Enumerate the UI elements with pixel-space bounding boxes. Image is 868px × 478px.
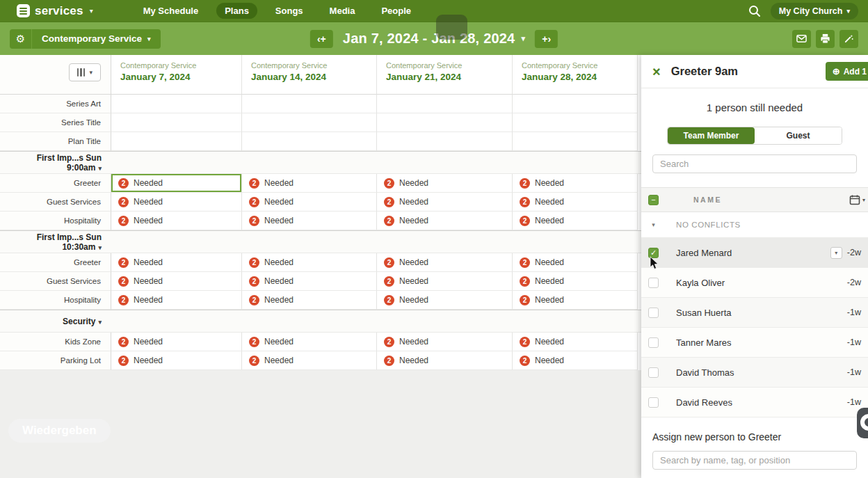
section-header-row[interactable]: First Imp...s Sun 10:30am▾ [0, 230, 641, 253]
people-search-input[interactable] [652, 154, 857, 173]
nav-item-songs[interactable]: Songs [267, 3, 312, 19]
email-button[interactable] [792, 30, 811, 48]
needed-cell[interactable]: 2Needed [377, 174, 513, 193]
needed-cell[interactable]: 2Needed [111, 333, 242, 351]
service-type-dropdown[interactable]: Contemporary Service ▾ [32, 29, 161, 49]
services-brand[interactable]: services ▾ [17, 4, 93, 18]
nav-item-my-schedule[interactable]: My Schedule [135, 3, 207, 19]
empty-cell[interactable] [242, 132, 377, 151]
print-button[interactable] [816, 30, 835, 48]
needed-cell[interactable]: 2Needed [242, 351, 377, 370]
empty-cell[interactable] [377, 132, 513, 151]
column-header[interactable]: Contemporary ServiceJanuary 28, 2024 [513, 55, 638, 95]
person-checkbox[interactable]: ✓ [648, 248, 659, 258]
person-checkbox[interactable] [648, 397, 659, 408]
needed-cell[interactable]: 2Needed [111, 193, 242, 212]
next-plan-button[interactable]: +› [535, 30, 558, 48]
person-checkbox[interactable] [648, 278, 659, 288]
needed-cell[interactable]: 2Needed [513, 291, 638, 310]
tab-guest[interactable]: Guest [755, 127, 842, 144]
schedule-sort-button[interactable]: ▾ [849, 194, 865, 205]
section-title: First Imp...s Sun 10:30am▾ [0, 232, 111, 252]
needed-cell[interactable]: 2Needed [513, 174, 638, 193]
needed-cell[interactable]: 2Needed [377, 291, 513, 310]
person-checkbox[interactable] [648, 367, 659, 378]
needed-cell[interactable]: 2Needed [377, 193, 513, 212]
needed-cell[interactable]: 2Needed [111, 351, 242, 370]
person-row[interactable]: David Reeves-1w [641, 388, 868, 417]
main-menu: My SchedulePlansSongsMediaPeople [135, 3, 419, 19]
person-options-button[interactable]: ▾ [830, 247, 842, 259]
nav-item-plans[interactable]: Plans [216, 3, 257, 19]
person-row[interactable]: Susan Huerta-1w [641, 298, 868, 328]
columns-view-button[interactable]: ▾ [69, 63, 101, 81]
needed-cell[interactable]: 2Needed [111, 212, 242, 230]
add-circle-icon: ⊕ [833, 66, 840, 77]
assign-search-input[interactable] [652, 451, 857, 470]
needed-cell[interactable]: 2Needed [513, 351, 638, 370]
empty-cell[interactable] [111, 113, 242, 132]
needed-cell[interactable]: 2Needed [377, 212, 513, 230]
needed-cell[interactable]: 2Needed [513, 333, 638, 351]
search-icon[interactable] [748, 5, 761, 17]
needed-cell[interactable]: 2Needed [242, 174, 377, 193]
needed-cell[interactable]: 2Needed [377, 333, 513, 351]
needed-cell[interactable]: 2Needed [111, 174, 242, 193]
needed-cell[interactable]: 2Needed [111, 272, 242, 291]
org-switcher[interactable]: My City Church ▾ [771, 3, 858, 19]
empty-cell[interactable] [377, 113, 513, 132]
select-all-checkbox[interactable]: − [648, 195, 659, 205]
person-last-scheduled: -2w [847, 248, 861, 257]
column-header[interactable]: Contemporary ServiceJanuary 7, 2024 [111, 55, 242, 95]
add-person-button[interactable]: ⊕ Add 1 [826, 62, 868, 81]
matrix-tools-button[interactable] [839, 30, 858, 48]
needed-cell[interactable]: 2Needed [242, 212, 377, 230]
needed-cell[interactable]: 2Needed [513, 212, 638, 230]
empty-cell[interactable] [377, 95, 513, 113]
needed-cell[interactable]: 2Needed [111, 291, 242, 310]
person-checkbox[interactable] [648, 337, 659, 348]
needed-label: Needed [134, 197, 163, 207]
empty-cell[interactable] [513, 95, 638, 113]
section-header-row[interactable]: Security▾ [0, 310, 641, 333]
nav-item-people[interactable]: People [373, 3, 419, 19]
column-header[interactable]: Contemporary ServiceJanuary 14, 2024 [242, 55, 377, 95]
empty-cell[interactable] [242, 113, 377, 132]
empty-cell[interactable] [111, 132, 242, 151]
column-header[interactable]: Contemporary ServiceJanuary 21, 2024 [377, 55, 513, 95]
prev-plan-button[interactable]: ‹+ [310, 30, 333, 48]
needed-cell[interactable]: 2Needed [242, 333, 377, 351]
person-row[interactable]: Tanner Mares-1w [641, 328, 868, 358]
close-icon[interactable]: × [652, 65, 661, 79]
settings-button[interactable]: ⚙ [10, 29, 32, 49]
play-button-overlay[interactable]: Wiedergeben [8, 419, 111, 443]
needed-cell[interactable]: 2Needed [513, 272, 638, 291]
person-row[interactable]: ✓Jared Menard▾-2w [641, 238, 868, 268]
section-header-row[interactable]: First Imp...s Sun 9:00am▾ [0, 151, 641, 174]
person-checkbox[interactable] [648, 308, 659, 318]
needed-cell[interactable]: 2Needed [242, 291, 377, 310]
person-row[interactable]: David Thomas-1w [641, 358, 868, 388]
person-row[interactable]: Kayla Oliver-2w [641, 268, 868, 298]
needed-cell[interactable]: 2Needed [377, 351, 513, 370]
needed-cell[interactable]: 2Needed [111, 253, 242, 272]
needed-cell[interactable]: 2Needed [377, 253, 513, 272]
empty-cell[interactable] [242, 95, 377, 113]
conflict-group-row[interactable]: ▾ NO CONFLICTS [641, 212, 868, 238]
needed-cell[interactable]: 2Needed [242, 253, 377, 272]
empty-cell[interactable] [513, 113, 638, 132]
columns-icon [77, 68, 86, 77]
date-range-dropdown[interactable]: Jan 7, 2024 - Jan 28, 2024 ▾ [343, 31, 525, 47]
needed-cell[interactable]: 2Needed [242, 193, 377, 212]
empty-cell[interactable] [513, 132, 638, 151]
needed-cell[interactable]: 2Needed [377, 272, 513, 291]
nav-item-media[interactable]: Media [321, 3, 364, 19]
overlay-widget[interactable] [857, 408, 868, 438]
empty-cell[interactable] [111, 95, 242, 113]
needed-cell[interactable]: 2Needed [242, 272, 377, 291]
needed-count-badge: 2 [249, 356, 259, 366]
needed-count-badge: 2 [118, 295, 129, 305]
needed-cell[interactable]: 2Needed [513, 193, 638, 212]
tab-team-member[interactable]: Team Member [668, 127, 755, 144]
needed-cell[interactable]: 2Needed [513, 253, 638, 272]
